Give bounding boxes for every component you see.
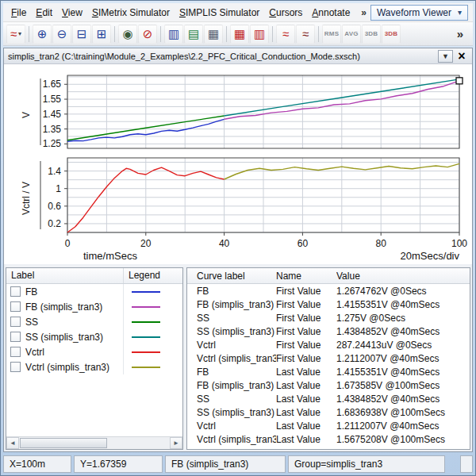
- measurement-name: First Value: [276, 299, 336, 310]
- stack-curves-button[interactable]: ▦: [204, 25, 223, 44]
- measurement-value: 1.4155351V @40mSecs: [336, 367, 470, 378]
- zoom-in-button[interactable]: ⊕: [33, 25, 52, 44]
- legend-hscrollbar[interactable]: ◄ ►: [6, 436, 182, 449]
- measurement-row[interactable]: Vctrl (simplis_tran3)First Value1.211200…: [187, 351, 470, 365]
- measurement-value: 1.4384852V @40mSecs: [336, 393, 470, 405]
- measurement-value: 287.24413uV @0Secs: [336, 340, 470, 351]
- curve-visibility-checkbox[interactable]: [10, 347, 21, 357]
- measurement-name: First Value: [276, 286, 336, 297]
- legend-row[interactable]: FB (simplis_tran3): [6, 299, 182, 314]
- legend-row[interactable]: Vctrl: [6, 344, 182, 359]
- zoom-out-button[interactable]: ⊖: [52, 25, 71, 44]
- chevron-down-icon: ▾: [18, 30, 21, 37]
- measure-curve-button[interactable]: ≈: [276, 25, 295, 44]
- measurement-row[interactable]: SS (simplis_tran3)Last Value1.6836938V @…: [187, 405, 470, 419]
- menu-cursors[interactable]: Cursors: [264, 5, 307, 21]
- show-curve-button[interactable]: ◉: [118, 25, 137, 44]
- scroll-right-button[interactable]: ►: [170, 437, 182, 449]
- measurement-name: First Value: [276, 340, 336, 351]
- curve-visibility-checkbox[interactable]: [10, 332, 21, 342]
- measurement-curve: FB (simplis_tran3): [187, 299, 276, 310]
- measurement-row[interactable]: FB (simplis_tran3)First Value1.4155351V …: [187, 298, 470, 311]
- statusbar: X=100m Y=1.67359 FB (simplis_tran3) Grou…: [3, 454, 473, 473]
- show-curve-button-icon: ◉: [122, 27, 132, 41]
- menu-file[interactable]: File: [6, 5, 31, 21]
- measure-curve-alt-button-icon: ≈: [302, 27, 309, 40]
- curve-visibility-checkbox[interactable]: [10, 317, 21, 327]
- waveform-window: simplis_tran2 (C:\training\Module_2_Exam…: [3, 48, 473, 452]
- curve-visibility-checkbox[interactable]: [10, 301, 21, 312]
- cursor-grid-alt-button-icon: ▥: [254, 27, 265, 41]
- legend-column-label[interactable]: Label: [6, 268, 124, 283]
- add-curve-dropdown-button-icon: ≈: [10, 27, 17, 40]
- doc-menu-button[interactable]: ▼: [438, 50, 453, 63]
- bottom-panels: Label Legend FBFB (simplis_tran3)SSSS (s…: [4, 264, 472, 451]
- zoom-area-button[interactable]: ⊟: [72, 25, 91, 44]
- measurement-row[interactable]: Vctrl (simplis_tran3)Last Value1.5675208…: [187, 432, 470, 446]
- db3-high-button[interactable]: 3DB: [382, 25, 401, 44]
- measurement-name: Last Value: [276, 367, 336, 378]
- chevron-down-icon: ▾: [458, 8, 462, 17]
- waveform-plot[interactable]: 1.251.351.451.551.65V0.20.611.4Vctrl / V…: [4, 64, 469, 264]
- waveform-viewer-select[interactable]: Waveform Viewer ▾: [370, 5, 468, 21]
- toolbar-separator: [114, 26, 115, 42]
- toolbar-separator: [226, 26, 227, 42]
- rms-button[interactable]: RMS: [322, 25, 341, 44]
- curve-visibility-checkbox[interactable]: [10, 286, 21, 297]
- menu-edit[interactable]: Edit: [31, 5, 57, 21]
- measurements-panel: Curve label Name Value FBFirst Value1.26…: [186, 267, 470, 450]
- legend-row[interactable]: SS: [6, 314, 182, 329]
- new-grid-button-icon: ▤: [188, 27, 199, 41]
- measurement-curve: FB (simplis_tran3): [187, 380, 276, 391]
- toolbar: ≈▾⊕⊖⊟⊞◉⊘▥▤▦▦▥≈≈RMSAVG3DB3DB»: [3, 22, 473, 46]
- zoom-fit-button-icon: ⊞: [97, 27, 107, 41]
- measurement-row[interactable]: FB (simplis_tran3)Last Value1.673585V @1…: [187, 378, 470, 392]
- app-window: FileEditViewSIMetrix SimulatorSIMPLIS Si…: [0, 0, 476, 476]
- zoom-fit-button[interactable]: ⊞: [92, 25, 111, 44]
- legend-row[interactable]: SS (simplis_tran3): [6, 329, 182, 344]
- new-axis-button[interactable]: ▥: [164, 25, 183, 44]
- scrollbar-thumb[interactable]: [20, 438, 107, 448]
- scrollbar-track[interactable]: [19, 437, 170, 449]
- measurement-curve: FB: [187, 286, 276, 297]
- menu-simplis-simulator[interactable]: SIMPLIS Simulator: [175, 5, 264, 21]
- measurement-row[interactable]: FBLast Value1.4155351V @40mSecs: [187, 365, 470, 378]
- menu-overflow-button[interactable]: »: [357, 6, 370, 20]
- measurement-row[interactable]: SS (simplis_tran3)First Value1.4384852V …: [187, 324, 470, 338]
- measurement-row[interactable]: VctrlFirst Value287.24413uV @0Secs: [187, 338, 470, 351]
- menu-annotate[interactable]: Annotate: [307, 5, 355, 21]
- scroll-left-button[interactable]: ◄: [6, 437, 19, 449]
- hide-curve-button[interactable]: ⊘: [138, 25, 157, 44]
- curve-color-swatch: [132, 367, 160, 368]
- avg-button[interactable]: AVG: [342, 25, 361, 44]
- curve-color-swatch: [132, 336, 160, 338]
- measurements-panel-header: Curve label Name Value: [187, 268, 470, 284]
- doc-titlebar: simplis_tran2 (C:\training\Module_2_Exam…: [4, 48, 472, 64]
- graph-area: 1.251.351.451.551.65V0.20.611.4Vctrl / V…: [4, 64, 472, 264]
- legend-row[interactable]: FB: [6, 284, 182, 299]
- measurement-row[interactable]: SSFirst Value1.275V @0Secs: [187, 311, 470, 324]
- toolbar-overflow-button[interactable]: »: [451, 25, 470, 44]
- cursor-grid-alt-button[interactable]: ▥: [250, 25, 269, 44]
- legend-row[interactable]: Vctrl (simplis_tran3): [6, 359, 182, 374]
- measure-curve-alt-button[interactable]: ≈: [296, 25, 315, 44]
- menu-simetrix-simulator[interactable]: SIMetrix Simulator: [87, 5, 175, 21]
- header-value[interactable]: Value: [336, 271, 470, 282]
- new-grid-button[interactable]: ▤: [184, 25, 203, 44]
- measurement-row[interactable]: SSLast Value1.4384852V @40mSecs: [187, 392, 470, 405]
- menu-view[interactable]: View: [57, 5, 87, 21]
- header-curve-label[interactable]: Curve label: [187, 271, 276, 282]
- cursor-grid-button[interactable]: ▦: [230, 25, 249, 44]
- legend-column-legend[interactable]: Legend: [124, 268, 165, 283]
- hide-curve-button-icon: ⊘: [143, 27, 153, 41]
- db3-low-button[interactable]: 3DB: [362, 25, 381, 44]
- measurement-row[interactable]: VctrlLast Value1.2112007V @40mSecs: [187, 419, 470, 432]
- add-curve-dropdown-button[interactable]: ≈▾: [6, 25, 25, 44]
- zoom-in-button-icon: ⊕: [37, 27, 48, 41]
- measurement-curve: Vctrl: [187, 420, 276, 432]
- header-name[interactable]: Name: [276, 271, 336, 282]
- measurement-row[interactable]: FBFirst Value1.2674762V @0Secs: [187, 284, 470, 298]
- close-button[interactable]: ×: [455, 50, 468, 63]
- stack-curves-button-icon: ▦: [208, 27, 219, 41]
- curve-visibility-checkbox[interactable]: [10, 362, 21, 372]
